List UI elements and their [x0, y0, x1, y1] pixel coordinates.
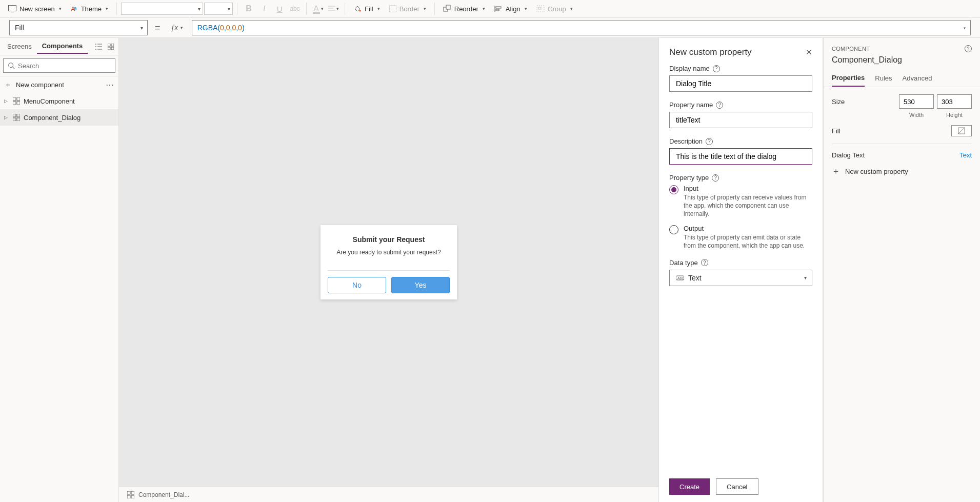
dialog-divider: [328, 270, 450, 271]
info-icon[interactable]: ?: [716, 102, 723, 109]
property-name-input[interactable]: [669, 112, 812, 128]
data-type-value: Text: [688, 274, 702, 282]
radio-output-indicator[interactable]: [669, 225, 678, 234]
svg-rect-14: [537, 6, 544, 12]
info-icon[interactable]: ?: [701, 259, 708, 266]
font-size-dropdown[interactable]: [204, 3, 233, 15]
theme-button[interactable]: Aa Theme ▾: [67, 3, 112, 15]
data-type-select[interactable]: Abc Text: [669, 270, 812, 286]
search-input[interactable]: [3, 58, 115, 73]
svg-text:a: a: [74, 6, 77, 11]
svg-point-7: [359, 10, 361, 12]
chevron-down-icon: ▾: [570, 6, 573, 11]
chevron-down-icon: ▾: [59, 6, 62, 11]
screen-icon: [8, 5, 16, 12]
tab-screens[interactable]: Screens: [2, 39, 37, 53]
dialog-no-button[interactable]: No: [328, 277, 386, 293]
new-custom-property-link[interactable]: ＋ New custom property: [832, 166, 972, 177]
radio-input-desc: This type of property can receive values…: [684, 193, 812, 218]
new-component-button[interactable]: ＋ New component ⋯: [0, 76, 118, 93]
prop-pane-title: New custom property: [669, 47, 752, 57]
create-button[interactable]: Create: [669, 478, 710, 495]
border-icon: [389, 5, 396, 12]
height-input[interactable]: [937, 94, 972, 109]
separator: [832, 144, 972, 144]
svg-rect-33: [17, 118, 20, 121]
info-icon[interactable]: ?: [712, 174, 719, 182]
new-screen-button[interactable]: New screen ▾: [4, 3, 66, 15]
close-icon[interactable]: ✕: [806, 48, 812, 57]
tree-view-panel: Screens Components ＋ New component ⋯ ▷ M…: [0, 38, 119, 502]
tab-properties[interactable]: Properties: [832, 70, 865, 87]
radio-input[interactable]: InputThis type of property can receive v…: [669, 185, 812, 218]
canvas-area: Submit your Request Are you ready to sub…: [119, 38, 658, 502]
tree-item-menucomponent[interactable]: ▷ MenuComponent: [0, 93, 118, 109]
chevron-down-icon: ▾: [424, 6, 426, 11]
dialog-text-value[interactable]: Text: [959, 151, 972, 159]
cancel-button[interactable]: Cancel: [716, 478, 758, 495]
fx-button[interactable]: fx▾: [168, 24, 187, 32]
svg-rect-30: [13, 114, 16, 117]
width-input[interactable]: [899, 94, 934, 109]
reorder-icon: [443, 5, 451, 13]
dialog-message: Are you ready to submit your request?: [328, 249, 450, 256]
width-label: Width: [899, 112, 934, 118]
size-label: Size: [832, 98, 899, 106]
dialog-component[interactable]: Submit your Request Are you ready to sub…: [321, 225, 457, 299]
group-button: Group ▾: [532, 3, 577, 15]
display-name-input[interactable]: [669, 75, 812, 92]
svg-rect-22: [108, 44, 110, 46]
rp-title: Component_Dialog: [824, 55, 980, 70]
border-button: Border ▾: [385, 3, 430, 15]
font-family-dropdown[interactable]: [121, 3, 203, 15]
description-input[interactable]: [669, 148, 812, 165]
formula-input[interactable]: RGBA(0, 0, 0, 0): [192, 20, 971, 35]
align-label: Align: [506, 5, 521, 13]
svg-rect-8: [389, 6, 396, 12]
tree-item-component-dialog[interactable]: ▷ Component_Dialog: [0, 109, 118, 126]
reorder-label: Reorder: [454, 5, 478, 13]
list-view-icon[interactable]: [93, 41, 104, 52]
svg-rect-12: [496, 7, 501, 8]
svg-rect-31: [17, 114, 20, 117]
align-icon: [494, 5, 503, 12]
plus-icon: ＋: [832, 166, 840, 177]
dialog-text-label: Dialog Text: [832, 151, 959, 159]
tree-item-label: Component_Dialog: [24, 114, 81, 122]
radio-output[interactable]: OutputThis type of property can emit dat…: [669, 225, 812, 250]
formula-fn: RGBA: [197, 24, 218, 32]
more-icon[interactable]: ⋯: [106, 80, 114, 90]
info-icon[interactable]: ?: [706, 138, 713, 145]
info-icon[interactable]: ?: [713, 65, 720, 72]
help-icon[interactable]: ?: [965, 45, 972, 52]
fill-button[interactable]: Fill ▾: [349, 3, 384, 15]
underline-button: U: [272, 2, 287, 16]
canvas[interactable]: Submit your Request Are you ready to sub…: [119, 38, 658, 487]
svg-rect-23: [111, 44, 114, 46]
left-tabs: Screens Components: [0, 38, 118, 55]
tab-advanced[interactable]: Advanced: [903, 70, 932, 87]
theme-label: Theme: [81, 5, 102, 13]
fill-color-swatch[interactable]: [951, 125, 972, 136]
reorder-button[interactable]: Reorder ▾: [439, 3, 489, 15]
align-button[interactable]: Align ▾: [490, 3, 531, 15]
chevron-down-icon: ▾: [525, 6, 527, 11]
component-icon: [127, 491, 134, 498]
dialog-title: Submit your Request: [328, 235, 450, 244]
display-name-label: Display name?: [669, 65, 812, 72]
svg-rect-32: [13, 118, 16, 121]
property-selector[interactable]: Fill: [9, 20, 148, 35]
tab-components[interactable]: Components: [37, 39, 88, 54]
grid-view-icon[interactable]: [105, 41, 116, 52]
chevron-down-icon: ▾: [483, 6, 485, 11]
separator: [116, 3, 117, 15]
main-toolbar: New screen ▾ Aa Theme ▾ B I U abc A▾ ▾ F…: [0, 0, 980, 18]
new-custom-property-label: New custom property: [845, 168, 908, 175]
equals-icon: =: [155, 23, 161, 33]
separator: [434, 3, 435, 15]
no-fill-icon: [958, 127, 965, 134]
dialog-yes-button[interactable]: Yes: [391, 277, 450, 293]
tab-rules[interactable]: Rules: [875, 70, 892, 87]
radio-output-title: Output: [684, 225, 812, 232]
radio-input-indicator[interactable]: [669, 185, 678, 194]
